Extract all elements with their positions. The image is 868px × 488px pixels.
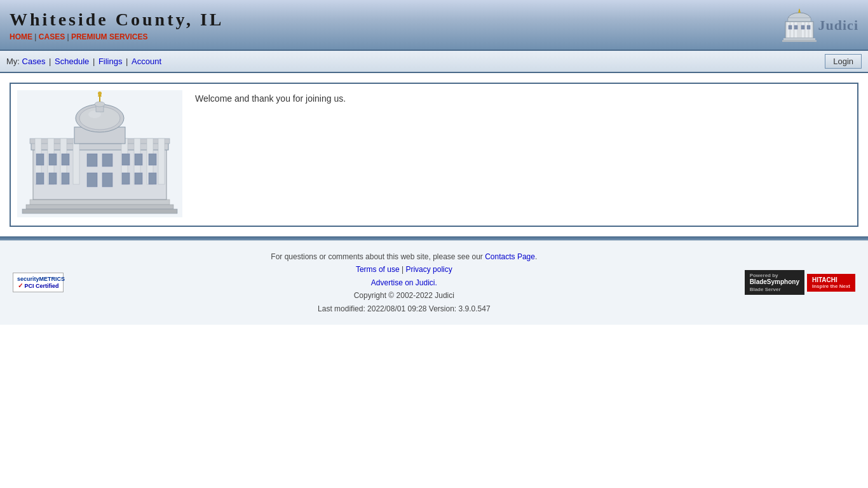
blade-symphony-badge: Powered by BladeSymphony Blade Server (745, 270, 804, 295)
svg-rect-45 (122, 173, 130, 184)
svg-rect-1 (788, 18, 811, 22)
my-sep-3: | (126, 57, 130, 66)
svg-rect-8 (802, 22, 804, 37)
judici-logo-icon (780, 6, 818, 44)
header-left: Whiteside County, IL HOME | CASES | PREM… (10, 10, 224, 41)
security-metrics-label: securityMETRICS (17, 276, 59, 282)
login-button[interactable]: Login (825, 54, 862, 69)
premium-link[interactable]: PREMIUM SERVICES (71, 32, 147, 41)
home-link[interactable]: HOME (10, 32, 32, 41)
hitachi-inspire-label: Inspire the Next (812, 283, 850, 289)
svg-rect-16 (807, 25, 810, 29)
site-title: Whiteside County, IL (10, 10, 224, 30)
svg-rect-31 (158, 139, 165, 184)
footer-copyright-line: Copyright © 2002-2022 Judici (64, 289, 745, 302)
svg-rect-33 (102, 154, 112, 166)
blade-powered-label: Powered by (750, 273, 799, 278)
svg-rect-34 (36, 154, 44, 165)
svg-rect-43 (87, 173, 97, 187)
terms-link[interactable]: Terms of use (356, 265, 400, 274)
privacy-link[interactable]: Privacy policy (405, 265, 452, 274)
welcome-box: Welcome and thank you for joining us. (10, 83, 858, 227)
svg-rect-36 (62, 154, 69, 165)
svg-rect-44 (102, 173, 112, 187)
svg-rect-40 (36, 173, 44, 184)
my-nav-bar: My: Cases | Schedule | Filings | Account… (0, 51, 868, 73)
welcome-text: Welcome and thank you for joining us. (195, 90, 346, 104)
svg-rect-14 (794, 25, 797, 29)
pci-certified-label: ✓ PCI Certified (17, 282, 59, 289)
my-account-link[interactable]: Account (132, 57, 161, 66)
footer-modified-line: Last modified: 2022/08/01 09:28 Version:… (64, 302, 745, 315)
footer-contact-suffix: . (535, 252, 537, 261)
footer: securityMETRICS ✓ PCI Certified For ques… (0, 240, 868, 325)
svg-rect-27 (73, 139, 79, 184)
svg-rect-10 (810, 22, 811, 37)
header: Whiteside County, IL HOME | CASES | PREM… (0, 0, 868, 51)
pci-check-icon: ✓ (18, 282, 23, 289)
svg-rect-37 (122, 154, 130, 165)
svg-rect-12 (782, 40, 817, 42)
my-filings-link[interactable]: Filings (98, 57, 123, 66)
svg-rect-20 (22, 209, 177, 214)
pci-badge: securityMETRICS ✓ PCI Certified (13, 273, 64, 292)
advertise-link[interactable]: Advertise on Judici. (371, 278, 437, 287)
cases-link[interactable]: CASES (39, 32, 65, 41)
svg-rect-35 (49, 154, 57, 165)
svg-rect-38 (135, 154, 142, 165)
svg-rect-41 (49, 173, 57, 184)
courthouse-image (17, 90, 182, 219)
svg-rect-11 (783, 38, 815, 40)
svg-marker-3 (798, 8, 801, 13)
my-nav-left: My: Cases | Schedule | Filings | Account (6, 57, 161, 66)
nav-links: HOME | CASES | PREMIUM SERVICES (10, 32, 224, 41)
judici-text: Judici (818, 17, 858, 34)
main-content: Welcome and thank you for joining us. (0, 73, 868, 236)
my-label: My: (6, 57, 20, 66)
my-sep-1: | (49, 57, 53, 66)
footer-terms-line: Terms of use | Privacy policy (64, 263, 745, 276)
blade-name-label: BladeSymphony (750, 278, 799, 285)
svg-rect-47 (149, 173, 156, 184)
svg-rect-7 (795, 22, 797, 37)
contacts-page-link[interactable]: Contacts Page (485, 252, 535, 261)
footer-center: For questions or comments about this web… (64, 250, 745, 315)
svg-rect-42 (62, 173, 69, 184)
svg-rect-9 (806, 22, 808, 37)
svg-point-53 (95, 102, 105, 107)
my-cases-link[interactable]: Cases (22, 57, 46, 66)
svg-rect-6 (791, 22, 793, 37)
pci-certified-text: PCI Certified (24, 283, 58, 289)
svg-rect-18 (30, 200, 170, 205)
svg-rect-39 (149, 154, 156, 165)
svg-point-56 (98, 92, 102, 95)
hitachi-name-label: HITACHI (812, 276, 837, 283)
blade-sub-label: Blade Server (750, 287, 781, 292)
footer-contact-prefix: For questions or comments about this web… (271, 252, 483, 261)
svg-rect-4 (785, 22, 813, 38)
footer-contact-line: For questions or comments about this web… (64, 250, 745, 263)
svg-rect-13 (789, 25, 792, 29)
svg-rect-32 (87, 154, 97, 166)
my-schedule-link[interactable]: Schedule (55, 57, 89, 66)
svg-rect-5 (787, 22, 789, 37)
svg-rect-46 (135, 173, 142, 184)
svg-rect-15 (801, 25, 804, 29)
footer-advertise-line: Advertise on Judici. (64, 276, 745, 289)
hitachi-badge: HITACHI Inspire the Next (807, 274, 855, 292)
header-logo: Judici (780, 6, 858, 44)
my-sep-2: | (93, 57, 97, 66)
footer-right: Powered by BladeSymphony Blade Server HI… (745, 270, 855, 295)
courthouse-svg (17, 90, 182, 217)
svg-rect-19 (26, 205, 173, 209)
